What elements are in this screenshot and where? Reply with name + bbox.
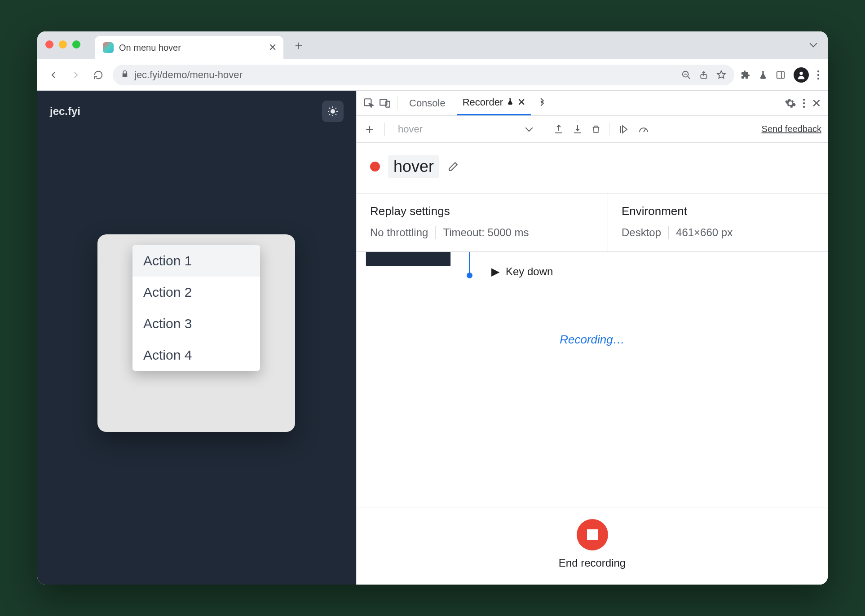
- devtools-panel: Console Recorder ✕ ✕ ＋ hover: [356, 91, 828, 585]
- more-tabs-icon[interactable]: [537, 98, 547, 108]
- new-recording-button[interactable]: ＋: [363, 120, 376, 138]
- hover-menu: Action 1 Action 2 Action 3 Action 4: [132, 245, 260, 371]
- back-button[interactable]: [45, 67, 62, 83]
- tab-title: On menu hover: [119, 43, 262, 53]
- edit-name-button[interactable]: [447, 161, 459, 172]
- svg-rect-2: [777, 71, 785, 78]
- environment-size-value: 461×660 px: [668, 226, 733, 239]
- environment-heading: Environment: [622, 204, 733, 218]
- export-icon[interactable]: [553, 124, 564, 135]
- expand-triangle-icon: ▶: [491, 265, 499, 278]
- tab-close-button[interactable]: ✕: [267, 42, 278, 53]
- tab-recorder-close-icon[interactable]: ✕: [517, 97, 525, 107]
- menu-item-action-1[interactable]: Action 1: [132, 245, 260, 277]
- flask-icon: [507, 97, 514, 108]
- sidepanel-icon[interactable]: [776, 70, 786, 80]
- browser-window: On menu hover ✕ ＋ jec.fyi/demo/menu-hove…: [37, 31, 828, 585]
- recording-status: Recording…: [560, 333, 625, 347]
- hover-card[interactable]: Hover me! Action 1 Action 2 Action 3 Act…: [97, 234, 295, 432]
- performance-icon[interactable]: [637, 124, 650, 135]
- step-thumbnail: [366, 252, 451, 266]
- menu-item-action-3[interactable]: Action 3: [132, 308, 260, 339]
- end-recording-section: End recording: [357, 507, 828, 585]
- svg-point-11: [803, 98, 805, 100]
- window-titlebar: On menu hover ✕ ＋: [37, 31, 828, 59]
- browser-menu-icon[interactable]: [817, 70, 820, 80]
- devtools-menu-icon[interactable]: [803, 98, 805, 108]
- content-area: jec.fyi Hover me! Action 1 Action 2 Acti…: [37, 91, 828, 585]
- end-recording-button[interactable]: [577, 519, 608, 550]
- forward-button[interactable]: [68, 67, 84, 83]
- window-minimize-button[interactable]: [59, 40, 67, 48]
- svg-point-3: [799, 71, 803, 75]
- recorder-toolbar: ＋ hover Send feedback: [357, 116, 828, 143]
- svg-point-7: [331, 109, 335, 114]
- import-icon[interactable]: [572, 124, 583, 135]
- zoom-out-icon[interactable]: [681, 70, 691, 80]
- replay-timeout-value[interactable]: Timeout: 5000 ms: [435, 226, 529, 239]
- environment-section: Environment Desktop 461×660 px: [608, 194, 746, 251]
- step-timeline-dot: [467, 273, 472, 278]
- omnibox-actions: [681, 70, 726, 80]
- browser-tab[interactable]: On menu hover ✕: [95, 36, 283, 59]
- window-close-button[interactable]: [45, 40, 53, 48]
- address-bar: jec.fyi/demo/menu-hover: [37, 59, 828, 91]
- traffic-lights: [45, 40, 80, 48]
- svg-point-12: [803, 102, 805, 104]
- send-feedback-link[interactable]: Send feedback: [762, 124, 821, 134]
- svg-point-4: [817, 70, 819, 72]
- window-maximize-button[interactable]: [72, 40, 80, 48]
- inspect-element-icon[interactable]: [363, 97, 375, 109]
- step-label-text: Key down: [506, 265, 553, 278]
- end-recording-label: End recording: [559, 557, 626, 569]
- favicon-icon: [103, 42, 114, 53]
- device-toggle-icon[interactable]: [379, 97, 391, 109]
- tab-overflow-button[interactable]: [807, 37, 820, 53]
- replay-throttling-value[interactable]: No throttling: [370, 226, 428, 239]
- omnibox[interactable]: jec.fyi/demo/menu-hover: [113, 65, 734, 85]
- chevron-down-icon: [526, 123, 532, 135]
- recording-indicator-icon: [370, 162, 380, 172]
- replay-settings-heading: Replay settings: [370, 204, 594, 218]
- labs-flask-icon[interactable]: [759, 70, 768, 80]
- tab-recorder[interactable]: Recorder ✕: [457, 91, 531, 115]
- menu-item-action-2[interactable]: Action 2: [132, 277, 260, 308]
- theme-toggle-button[interactable]: [322, 101, 344, 122]
- toolbar-right: [741, 67, 820, 83]
- svg-point-13: [803, 106, 805, 107]
- reload-button[interactable]: [90, 67, 106, 83]
- share-icon[interactable]: [699, 70, 708, 80]
- devtools-tabbar: Console Recorder ✕ ✕: [357, 91, 828, 116]
- menu-item-action-4[interactable]: Action 4: [132, 339, 260, 371]
- svg-point-5: [817, 74, 819, 75]
- environment-device-value: Desktop: [622, 226, 661, 239]
- page-viewport: jec.fyi Hover me! Action 1 Action 2 Acti…: [37, 91, 356, 585]
- settings-row: Replay settings No throttling Timeout: 5…: [357, 194, 828, 252]
- url-text: jec.fyi/demo/menu-hover: [134, 69, 243, 81]
- page-header: jec.fyi: [37, 91, 356, 132]
- lock-icon: [121, 70, 129, 80]
- step-timeline-line: [469, 252, 470, 273]
- svg-point-6: [817, 77, 819, 79]
- devtools-close-icon[interactable]: ✕: [812, 97, 821, 109]
- steps-area: ▶ Key down Recording…: [357, 252, 828, 507]
- replay-settings-section: Replay settings No throttling Timeout: 5…: [357, 194, 608, 251]
- step-keydown[interactable]: ▶ Key down: [491, 265, 553, 278]
- bookmark-star-icon[interactable]: [716, 70, 726, 80]
- site-title: jec.fyi: [50, 105, 80, 118]
- profile-avatar[interactable]: [794, 67, 809, 83]
- extensions-icon[interactable]: [741, 70, 750, 80]
- recording-name: hover: [388, 155, 439, 178]
- tab-console[interactable]: Console: [404, 91, 451, 115]
- recording-header: hover: [357, 143, 828, 194]
- replay-icon[interactable]: [618, 124, 629, 135]
- new-tab-button[interactable]: ＋: [290, 36, 308, 54]
- stop-icon: [587, 529, 598, 540]
- settings-gear-icon[interactable]: [785, 97, 796, 109]
- recording-selector[interactable]: hover: [393, 121, 537, 138]
- delete-icon[interactable]: [591, 124, 601, 135]
- recording-selector-value: hover: [398, 123, 423, 135]
